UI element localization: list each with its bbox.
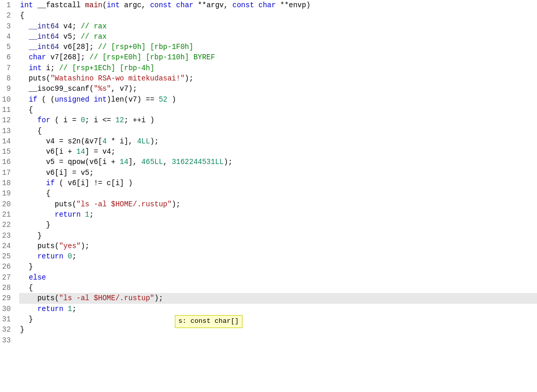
code-line: }	[19, 314, 537, 324]
code-line: }	[19, 262, 537, 272]
code-line: __isoc99_scanf("%s", v7);	[19, 84, 537, 94]
code-line: puts("ls -al $HOME/.rustup");	[19, 293, 537, 303]
line-number: 32	[2, 324, 11, 335]
code-lines[interactable]: int __fastcall main(int argc, const char…	[15, 0, 537, 392]
code-line: int i; // [rsp+1ECh] [rbp-4h]	[19, 63, 537, 73]
line-number: 9	[2, 84, 11, 94]
code-line: v6[i] = v5;	[19, 168, 537, 178]
code-line: v4 = s2n(&v7[4 * i], 4LL);	[19, 136, 537, 146]
line-number: 3	[2, 21, 11, 31]
line-number: 13	[2, 126, 11, 136]
line-number: 29	[2, 293, 11, 303]
line-number: 10	[2, 94, 11, 105]
line-number: 18	[2, 178, 11, 188]
code-container: 1234567891011121314151617181920212223242…	[0, 0, 537, 392]
line-number: 17	[2, 168, 11, 178]
code-line: {	[19, 126, 537, 136]
code-line: return 1;	[19, 209, 537, 220]
code-line: {	[19, 188, 537, 199]
line-number: 5	[2, 42, 11, 52]
line-number: 11	[2, 105, 11, 115]
code-line: {	[19, 10, 537, 21]
line-number: 25	[2, 251, 11, 262]
line-number: 14	[2, 136, 11, 146]
line-number: 31	[2, 314, 11, 324]
line-number: 23	[2, 231, 11, 241]
line-number: 15	[2, 146, 11, 157]
line-number: 26	[2, 262, 11, 272]
line-numbers: 1234567891011121314151617181920212223242…	[0, 0, 15, 392]
code-line: puts("yes");	[19, 241, 537, 251]
line-number: 24	[2, 241, 11, 251]
line-number: 12	[2, 115, 11, 125]
code-line: {	[19, 105, 537, 115]
code-line: int __fastcall main(int argc, const char…	[19, 0, 537, 10]
code-line: __int64 v6[28]; // [rsp+0h] [rbp-1F0h]	[19, 42, 537, 52]
line-number: 21	[2, 209, 11, 220]
line-number: 2	[2, 10, 11, 21]
line-number: 19	[2, 188, 11, 199]
code-line: v5 = qpow(v6[i + 14], 465LL, 3162244531L…	[19, 157, 537, 167]
code-line: __int64 v4; // rax	[19, 21, 537, 31]
line-number: 27	[2, 272, 11, 283]
code-line: return 1;	[19, 304, 537, 314]
line-number: 7	[2, 63, 11, 73]
code-line: char v7[268]; // [rsp+E0h] [rbp-110h] BY…	[19, 52, 537, 62]
code-line: v6[i + 14] = v4;	[19, 146, 537, 157]
line-number: 8	[2, 73, 11, 84]
code-line: {	[19, 283, 537, 293]
line-number: 20	[2, 199, 11, 209]
code-line: else	[19, 272, 537, 283]
line-number: 30	[2, 304, 11, 314]
code-line: return 0;	[19, 251, 537, 262]
line-number: 16	[2, 157, 11, 167]
code-line: puts("Watashino RSA-wo mitekudasai!");	[19, 73, 537, 84]
code-line: }	[19, 324, 537, 335]
code-line: }	[19, 220, 537, 230]
line-number: 4	[2, 31, 11, 42]
code-line: if ( (unsigned int)len(v7) == 52 )	[19, 94, 537, 105]
code-line: __int64 v5; // rax	[19, 31, 537, 42]
line-number: 22	[2, 220, 11, 230]
line-number: 28	[2, 283, 11, 293]
code-line: }	[19, 231, 537, 241]
code-line: for ( i = 0; i <= 12; ++i )	[19, 115, 537, 125]
code-line: puts("ls -al $HOME/.rustup");	[19, 199, 537, 209]
line-number: 6	[2, 52, 11, 62]
code-line: if ( v6[i] != c[i] )	[19, 178, 537, 188]
line-number: 1	[2, 0, 11, 10]
line-number: 33	[2, 335, 11, 346]
